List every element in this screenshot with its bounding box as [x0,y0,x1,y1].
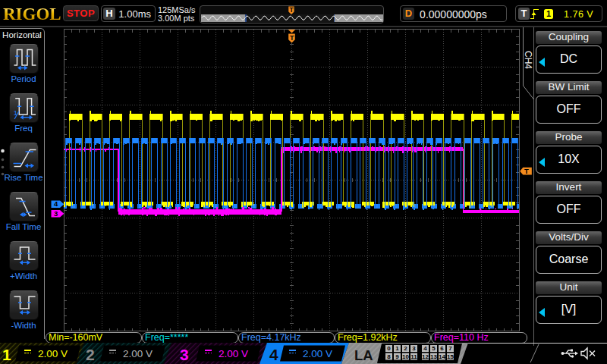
svg-text:4: 4 [269,346,278,363]
svg-text:0: 0 [387,345,391,352]
svg-text:2.00 V: 2.00 V [38,348,68,359]
svg-text:12: 12 [422,353,429,360]
svg-text:1: 1 [395,345,399,352]
svg-text:10: 10 [402,353,409,360]
svg-text:3: 3 [180,346,189,363]
svg-text:7: 7 [448,345,452,352]
svg-text:9: 9 [395,353,399,360]
svg-text:2.00 V: 2.00 V [219,348,248,359]
svg-text:2: 2 [86,346,95,363]
svg-text:13: 13 [430,353,437,360]
svg-text:1: 1 [2,346,11,363]
svg-text:4: 4 [423,345,427,352]
svg-text:14: 14 [439,353,445,360]
svg-text:LA: LA [354,347,373,363]
svg-text:2: 2 [404,345,407,352]
svg-text:6: 6 [440,345,444,352]
svg-text:3: 3 [412,345,416,352]
svg-text:15: 15 [447,353,454,360]
svg-text:8: 8 [387,353,391,360]
svg-text:2.00 V: 2.00 V [123,348,153,359]
svg-text:2.00 V: 2.00 V [303,348,332,359]
svg-text:5: 5 [432,345,436,352]
svg-text:T: T [290,6,294,14]
svg-text:11: 11 [410,353,417,360]
